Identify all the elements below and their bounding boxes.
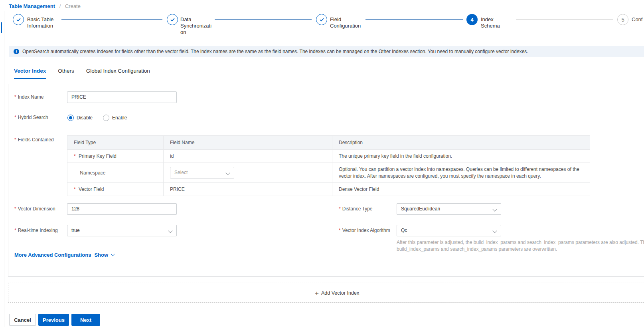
field-type-value: Primary Key Field [79,153,117,159]
step-4-circle[interactable]: 4 [466,14,478,25]
realtime-indexing-select[interactable]: true [67,225,177,236]
hybrid-search-label: *Hybrid Search [14,112,48,123]
step-1-circle[interactable] [13,14,24,25]
next-button[interactable]: Next [71,314,100,326]
table-row-namespace: Namespace Select Optional. You can parti… [67,163,590,183]
hybrid-search-radio-group: Disable Enable [67,114,127,122]
check-icon [319,17,324,22]
table-row-primary-key: * Primary Key Field id The unique primar… [67,150,590,163]
field-name-value: id [164,150,332,163]
step-2-label[interactable]: Data Synchronization [180,16,213,36]
table-row-vector-field: * Vector Field PRICE Dense Vector Field [67,183,590,196]
step-connector-3 [365,19,463,20]
chevron-down-icon [492,207,497,211]
column-header-field-type: Field Type [67,136,164,150]
left-divider-line [4,11,4,327]
vector-index-algorithm-select[interactable]: Qc [397,225,501,236]
index-name-label: *Index Name [14,91,43,103]
distance-type-label: *Distance Type [339,203,373,215]
required-marker: * [74,186,76,192]
tab-vector-index[interactable]: Vector Index [14,68,46,79]
namespace-select[interactable]: Select [170,167,234,178]
required-marker: * [74,153,76,159]
distance-type-select[interactable]: SquaredEuclidean [397,203,501,215]
info-icon: i [14,49,19,54]
info-banner: i OpenSearch automatically creates index… [9,46,644,57]
algorithm-note: After this parameter is adjusted, the bu… [397,239,644,253]
step-4-number: 4 [470,17,473,23]
step-3-circle[interactable] [316,14,327,25]
required-marker: * [14,137,16,143]
step-connector-4 [516,19,613,20]
step-3-label[interactable]: Field Configuration [330,16,363,29]
more-advanced-configurations-toggle[interactable]: More Advanced Configurations Show [14,252,114,258]
vector-index-form-card: *Index Name PRICE *Hybrid Search Disable… [8,84,644,277]
chevron-down-icon [168,228,172,233]
cancel-button[interactable]: Cancel [9,314,36,326]
column-header-field-name: Field Name [164,136,332,150]
field-type-value: Vector Field [79,186,104,192]
radio-dot-icon [67,115,74,121]
fields-contained-table: Field Type Field Name Description * Prim… [67,135,590,196]
tab-global-index-configuration[interactable]: Global Index Configuration [86,68,150,79]
realtime-indexing-label: *Real-time Indexing [14,225,58,236]
step-5-circle[interactable]: 5 [617,14,628,25]
chevron-down-icon [492,228,497,233]
chevron-down-icon [225,170,230,175]
vector-dimension-input[interactable]: 128 [67,203,177,215]
add-vector-index-button[interactable]: + Add Vector Index [315,283,359,303]
step-2-circle[interactable] [167,14,178,25]
chevron-down-icon [111,252,115,256]
field-description: Optional. You can partition a vector ind… [332,163,590,183]
plus-icon: + [315,290,319,297]
step-4-label[interactable]: Index Schema [481,16,514,29]
required-marker: * [14,115,16,120]
field-type-value: Namespace [80,170,105,176]
info-banner-text: OpenSearch automatically creates indexes… [22,49,528,54]
step-connector-1 [61,19,162,20]
field-name-value: PRICE [164,183,332,196]
radio-enable[interactable]: Enable [103,115,127,121]
field-description: The unique primary key field in the fiel… [332,150,590,163]
required-marker: * [14,228,16,233]
previous-button[interactable]: Previous [38,314,69,326]
step-connector-2 [215,19,312,20]
add-vector-index-area: + Add Vector Index [8,283,644,303]
vector-dimension-label: *Vector Dimension [14,203,55,215]
required-marker: * [14,206,16,212]
tab-others[interactable]: Others [58,68,74,79]
index-name-input[interactable]: PRICE [67,91,177,103]
check-icon [170,17,175,22]
required-marker: * [339,228,341,233]
index-tabs: Vector Index Others Global Index Configu… [14,68,150,79]
required-marker: * [14,94,16,100]
radio-disable[interactable]: Disable [67,115,93,121]
radio-dot-icon [103,115,109,121]
step-5-label[interactable]: Conf [632,16,644,23]
vector-index-algorithm-label: *Vector Index Algorithm [339,225,390,236]
fields-contained-label: *Fields Contained [14,134,54,146]
step-1-label[interactable]: Basic Table Information [27,16,60,29]
column-header-description: Description [332,136,590,150]
wizard-stepper: Basic Table Information Data Synchroniza… [0,0,644,40]
step-5-number: 5 [621,17,624,23]
field-description: Dense Vector Field [332,183,590,196]
required-marker: * [339,206,341,212]
check-icon [16,17,21,22]
